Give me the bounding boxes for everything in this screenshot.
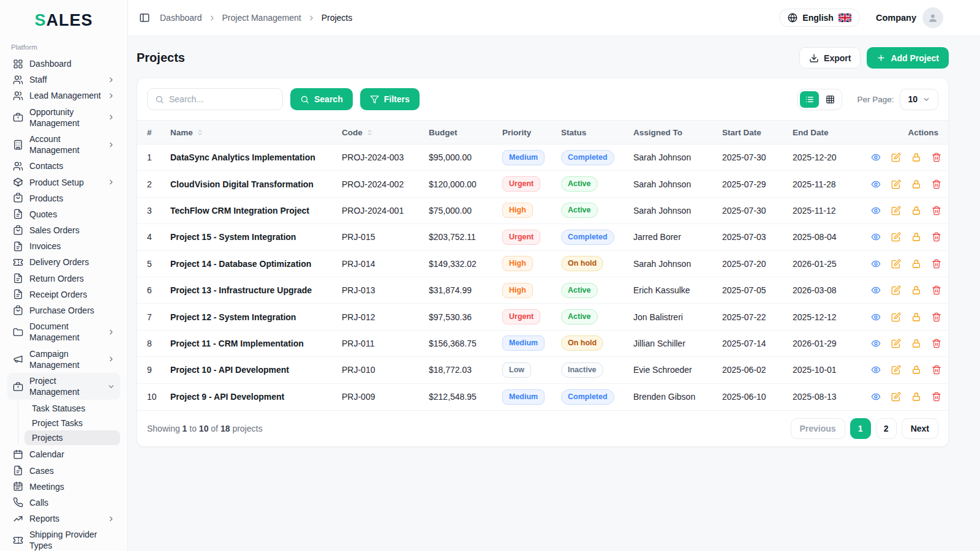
- filters-button[interactable]: Filters: [360, 88, 420, 110]
- sidebar-item-label: Delivery Orders: [29, 257, 115, 268]
- next-page-button[interactable]: Next: [902, 418, 938, 439]
- delete-action-button[interactable]: [932, 206, 941, 216]
- sidebar-item-sales-orders[interactable]: Sales Orders: [7, 222, 120, 238]
- sidebar-subitem-project-tasks[interactable]: Project Tasks: [24, 416, 120, 430]
- sidebar-item-return-orders[interactable]: Return Orders: [7, 271, 120, 287]
- lock-action-button[interactable]: [911, 206, 921, 216]
- project-code: PRJ-014: [342, 259, 429, 269]
- account-menu[interactable]: Company: [876, 7, 943, 28]
- edit-action-button[interactable]: [891, 179, 901, 189]
- lock-action-button[interactable]: [911, 312, 921, 322]
- view-action-button[interactable]: [871, 392, 881, 402]
- lock-action-button[interactable]: [911, 339, 921, 348]
- project-name: Project 13 - Infrastructure Upgrade: [170, 285, 342, 295]
- sidebar-item-project-management[interactable]: Project Management: [7, 373, 120, 400]
- sidebar-item-reports[interactable]: Reports: [7, 511, 120, 527]
- breadcrumb-project-management[interactable]: Project Management: [222, 13, 301, 23]
- sidebar-item-invoices[interactable]: Invoices: [7, 238, 120, 254]
- lock-action-button[interactable]: [911, 179, 921, 189]
- delete-action-button[interactable]: [932, 259, 941, 269]
- sidebar-item-account-management[interactable]: Account Management: [7, 131, 120, 158]
- end-date: 2026-01-25: [793, 259, 871, 269]
- previous-page-button[interactable]: Previous: [791, 418, 845, 439]
- lock-action-button[interactable]: [911, 232, 921, 242]
- per-page-select[interactable]: 10: [900, 89, 938, 110]
- chevron-right-icon: [107, 92, 115, 100]
- view-action-button[interactable]: [871, 206, 881, 216]
- edit-action-button[interactable]: [891, 392, 901, 402]
- sidebar-item-quotes[interactable]: Quotes: [7, 206, 120, 222]
- delete-action-button[interactable]: [932, 285, 941, 295]
- sidebar-subitem-projects[interactable]: Projects: [24, 430, 120, 445]
- lock-action-button[interactable]: [911, 152, 921, 162]
- delete-action-button[interactable]: [932, 339, 941, 348]
- edit-action-button[interactable]: [891, 206, 901, 216]
- sidebar-item-cases[interactable]: Cases: [7, 463, 120, 479]
- search-button[interactable]: Search: [290, 88, 353, 110]
- sidebar-subitem-task-statuses[interactable]: Task Statuses: [24, 401, 120, 416]
- lock-action-button[interactable]: [911, 259, 921, 269]
- sidebar-item-receipt-orders[interactable]: Receipt Orders: [7, 287, 120, 302]
- page-button-1[interactable]: 1: [850, 418, 871, 439]
- delete-action-button[interactable]: [932, 179, 941, 189]
- sidebar-item-calls[interactable]: Calls: [7, 495, 120, 511]
- file-icon: [12, 273, 23, 283]
- language-label: English: [802, 13, 834, 23]
- edit-action-button[interactable]: [891, 152, 901, 162]
- edit-action-button[interactable]: [891, 285, 901, 295]
- edit-action-button[interactable]: [891, 365, 901, 375]
- project-name: TechFlow CRM Integration Project: [170, 206, 342, 216]
- sidebar-item-contacts[interactable]: Contacts: [7, 158, 120, 174]
- sort-icon[interactable]: [197, 129, 203, 136]
- sidebar-item-document-management[interactable]: Document Management: [7, 318, 120, 345]
- sidebar-toggle-icon[interactable]: [139, 12, 150, 23]
- sidebar-item-product-setup[interactable]: Product Setup: [7, 174, 120, 190]
- list-view-button[interactable]: [800, 91, 819, 108]
- delete-action-button[interactable]: [932, 152, 941, 162]
- edit-action-button[interactable]: [891, 312, 901, 322]
- edit-action-button[interactable]: [891, 232, 901, 242]
- lock-icon: [911, 339, 921, 348]
- sidebar-item-staff[interactable]: Staff: [7, 72, 120, 88]
- lock-action-button[interactable]: [911, 392, 921, 402]
- sidebar-item-lead-management[interactable]: Lead Management: [7, 88, 120, 103]
- edit-action-button[interactable]: [891, 339, 901, 348]
- sidebar-item-dashboard[interactable]: Dashboard: [7, 56, 120, 72]
- export-button[interactable]: Export: [799, 47, 861, 69]
- view-action-button[interactable]: [871, 285, 881, 295]
- box-icon: [12, 177, 23, 187]
- sidebar-item-shipping-provider-types[interactable]: Shipping Provider Types: [7, 527, 120, 551]
- delete-action-button[interactable]: [932, 232, 941, 242]
- add-project-button[interactable]: Add Project: [867, 47, 949, 69]
- view-action-button[interactable]: [871, 339, 881, 348]
- page-button-2[interactable]: 2: [876, 418, 897, 439]
- view-action-button[interactable]: [871, 312, 881, 322]
- sidebar-item-opportunity-management[interactable]: Opportunity Management: [7, 104, 120, 131]
- sort-icon[interactable]: [366, 129, 373, 136]
- lock-action-button[interactable]: [911, 365, 921, 375]
- sidebar-item-campaign-management[interactable]: Campaign Management: [7, 346, 120, 373]
- view-action-button[interactable]: [871, 179, 881, 189]
- sidebar-item-purchase-orders[interactable]: Purchase Orders: [7, 302, 120, 318]
- sidebar-item-delivery-orders[interactable]: Delivery Orders: [7, 254, 120, 270]
- breadcrumb-dashboard[interactable]: Dashboard: [160, 13, 202, 23]
- sidebar-item-products[interactable]: Products: [7, 190, 120, 206]
- search-box[interactable]: [147, 88, 283, 110]
- delete-action-button[interactable]: [932, 365, 941, 375]
- edit-action-button[interactable]: [891, 259, 901, 269]
- project-code: PRJ-010: [342, 365, 429, 375]
- sidebar-item-calendar[interactable]: Calendar: [7, 446, 120, 462]
- language-button[interactable]: English: [779, 9, 860, 27]
- lock-action-button[interactable]: [911, 285, 921, 295]
- column-header-name[interactable]: Name: [170, 128, 342, 137]
- delete-action-button[interactable]: [932, 312, 941, 322]
- view-action-button[interactable]: [871, 232, 881, 242]
- view-action-button[interactable]: [871, 259, 881, 269]
- view-action-button[interactable]: [871, 152, 881, 162]
- grid-view-button[interactable]: [821, 91, 840, 108]
- sidebar-item-meetings[interactable]: Meetings: [7, 479, 120, 495]
- delete-action-button[interactable]: [932, 392, 941, 402]
- column-header-code[interactable]: Code: [342, 128, 429, 137]
- search-input[interactable]: [169, 94, 280, 104]
- view-action-button[interactable]: [871, 365, 881, 375]
